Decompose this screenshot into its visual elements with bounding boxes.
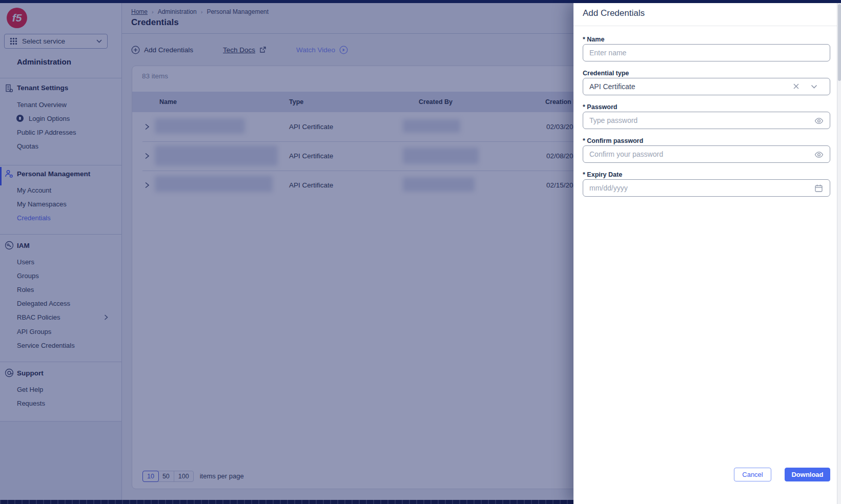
cancel-button[interactable]: Cancel	[734, 468, 771, 481]
confirm-password-label: * Confirm password	[583, 137, 643, 144]
app-window: f5 Select service Administration	[0, 0, 841, 504]
expiry-date-field-box	[583, 179, 830, 197]
drawer-footer: Cancel Download	[573, 468, 841, 481]
calendar-icon[interactable]	[814, 184, 824, 193]
scrollbar-thumb[interactable]	[838, 4, 841, 81]
name-label: * Name	[583, 36, 604, 43]
expiry-date-input[interactable]	[583, 180, 830, 196]
expiry-date-label: * Expiry Date	[583, 171, 622, 178]
show-password-eye-icon[interactable]	[814, 150, 824, 159]
name-input[interactable]	[583, 45, 830, 61]
add-credentials-drawer: Add Credentials * Name Credential type A…	[573, 3, 841, 504]
chevron-down-icon[interactable]	[811, 85, 820, 94]
password-field-box	[583, 112, 830, 129]
name-field-box	[583, 44, 830, 61]
clear-icon[interactable]	[793, 83, 802, 92]
drawer-title: Add Credentials	[583, 8, 645, 18]
credential-type-label: Credential type	[583, 70, 629, 77]
confirm-password-field-box	[583, 145, 830, 163]
show-password-eye-icon[interactable]	[814, 116, 824, 125]
confirm-password-input[interactable]	[583, 146, 830, 162]
drawer-scrollbar[interactable]	[837, 3, 841, 504]
password-label: * Password	[583, 103, 617, 111]
download-button[interactable]: Download	[785, 468, 830, 481]
credential-type-value: API Certificate	[589, 82, 824, 91]
divider	[573, 26, 841, 26]
password-input[interactable]	[583, 112, 830, 129]
credential-type-select[interactable]: API Certificate	[583, 78, 830, 95]
